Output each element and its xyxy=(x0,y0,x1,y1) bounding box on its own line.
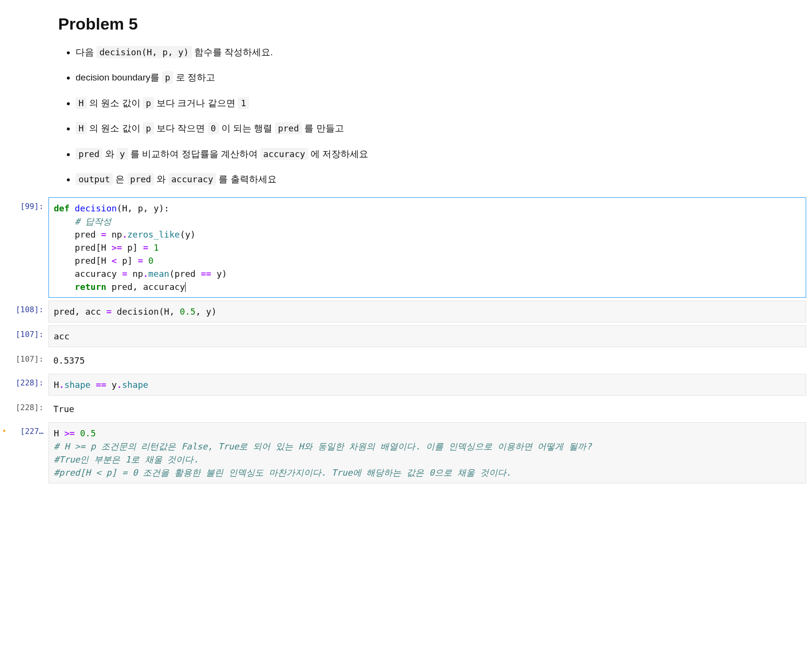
code-p: p xyxy=(143,97,154,109)
code-cell-99: [99]: def decision(H, p, y): # 답작성 pred … xyxy=(0,197,812,298)
text: H xyxy=(54,428,64,438)
text: 에 저장하세요 xyxy=(308,149,369,159)
num: 0.5 xyxy=(180,306,196,317)
notebook: Problem 5 다음 decision(H, p, y) 함수를 작성하세요… xyxy=(0,0,812,506)
text: 다음 xyxy=(76,47,96,57)
num: 0.5 xyxy=(80,428,96,438)
num: 0 xyxy=(148,256,154,266)
comment: # H >= p 조건문의 리턴값은 False, True로 되어 있는 H와… xyxy=(54,441,592,451)
text: (y) xyxy=(180,229,196,240)
signature: (H, p, y): xyxy=(117,203,169,213)
op: == xyxy=(201,269,212,279)
text xyxy=(91,380,96,390)
text: pred xyxy=(75,229,101,240)
problem-bullets: 다음 decision(H, p, y) 함수를 작성하세요. decision… xyxy=(58,45,802,187)
bullet-5: pred 와 y 를 비교하여 정답률을 계산하여 accuracy 에 저장하… xyxy=(76,147,802,161)
text: decision boundary를 xyxy=(76,72,162,82)
indent xyxy=(54,229,75,240)
code-p: p xyxy=(162,71,173,83)
text: accuracy xyxy=(75,269,122,279)
code-0: 0 xyxy=(208,122,219,134)
text: 의 원소 값이 xyxy=(87,98,143,108)
code-pred: pred xyxy=(127,173,154,185)
attr: mean xyxy=(148,269,169,279)
code-cell-228: [228]: H.shape == y.shape xyxy=(0,374,812,396)
input-prompt-modified: [227… xyxy=(0,422,48,437)
code-p: p xyxy=(143,122,154,134)
comment: # 답작성 xyxy=(75,216,111,226)
text: 를 만들고 xyxy=(302,123,344,133)
text-cursor xyxy=(185,282,186,292)
input-prompt: [107]: xyxy=(0,325,48,340)
output-cell-228: [228]: True xyxy=(0,399,812,419)
attr: shape xyxy=(64,380,91,390)
indent xyxy=(54,242,75,253)
code-output: output xyxy=(76,173,113,185)
text: 로 정하고 xyxy=(173,72,215,82)
text: 이 되는 행렬 xyxy=(219,123,275,133)
text: pred, accuracy xyxy=(106,282,185,292)
text: 함수를 작성하세요. xyxy=(192,47,273,57)
attr: shape xyxy=(122,380,148,390)
op: >= xyxy=(111,242,122,253)
op: < xyxy=(111,256,117,266)
code-editor[interactable]: H.shape == y.shape xyxy=(48,374,806,396)
indent xyxy=(54,282,75,292)
indent xyxy=(54,216,75,226)
bullet-3: H 의 원소 값이 p 보다 크거나 같으면 1 xyxy=(76,96,802,111)
text: y xyxy=(106,380,117,390)
text: (pred xyxy=(169,269,201,279)
code-cell-108: [108]: pred, acc = decision(H, 0.5, y) xyxy=(0,301,812,322)
op: = xyxy=(101,229,107,240)
op: . xyxy=(122,229,127,240)
op: = xyxy=(138,256,143,266)
indent xyxy=(54,269,75,279)
text: np xyxy=(127,269,143,279)
code-accuracy: accuracy xyxy=(169,173,217,185)
attr: zeros_like xyxy=(127,229,180,240)
text: 와 xyxy=(154,174,169,184)
output-cell-107: [107]: 0.5375 xyxy=(0,350,812,371)
output-text: True xyxy=(48,399,806,419)
input-prompt: [99]: xyxy=(0,197,48,212)
op: . xyxy=(117,380,122,390)
text: np xyxy=(106,229,122,240)
output-prompt: [228]: xyxy=(0,399,48,413)
bullet-4: H 의 원소 값이 p 보다 작으면 0 이 되는 행렬 pred 를 만들고 xyxy=(76,121,802,136)
op: = xyxy=(143,242,148,253)
code-H: H xyxy=(76,97,87,109)
keyword-def: def xyxy=(54,203,70,213)
indent xyxy=(54,256,75,266)
text: 보다 크거나 같으면 xyxy=(154,98,238,108)
code-editor[interactable]: H >= 0.5 # H >= p 조건문의 리턴값은 False, True로… xyxy=(48,422,806,483)
code-cell-107: [107]: acc xyxy=(0,325,812,347)
code-accuracy: accuracy xyxy=(260,148,308,160)
code-editor[interactable]: def decision(H, p, y): # 답작성 pred = np.z… xyxy=(48,197,806,298)
code-pred: pred xyxy=(275,122,302,134)
text: 와 xyxy=(102,149,117,159)
text xyxy=(143,256,148,266)
text: acc xyxy=(54,331,70,341)
input-prompt: [228]: xyxy=(0,374,48,388)
text: pred[H xyxy=(75,256,111,266)
text: pred[H xyxy=(75,242,111,253)
comment: #pred[H < p] = 0 조건을 활용한 불린 인덱싱도 마찬가지이다.… xyxy=(54,467,511,478)
text: p] xyxy=(117,256,138,266)
code-decision-sig: decision(H, p, y) xyxy=(96,46,191,58)
text xyxy=(148,242,154,253)
code-H: H xyxy=(76,122,87,134)
text xyxy=(75,428,80,438)
text: 은 xyxy=(113,174,127,184)
text: p] xyxy=(122,242,143,253)
comment: #True인 부분은 1로 채울 것이다. xyxy=(54,454,199,464)
code-cell-227: [227… H >= 0.5 # H >= p 조건문의 리턴값은 False,… xyxy=(0,422,812,483)
text: 를 비교하여 정답률을 계산하여 xyxy=(128,149,260,159)
text: 를 출력하세요 xyxy=(216,174,277,184)
output-prompt: [107]: xyxy=(0,350,48,365)
op: . xyxy=(143,269,148,279)
code-1: 1 xyxy=(238,97,249,109)
text: , y) xyxy=(196,306,217,317)
code-editor[interactable]: acc xyxy=(48,325,806,347)
code-pred: pred xyxy=(76,148,102,160)
code-editor[interactable]: pred, acc = decision(H, 0.5, y) xyxy=(48,301,806,322)
